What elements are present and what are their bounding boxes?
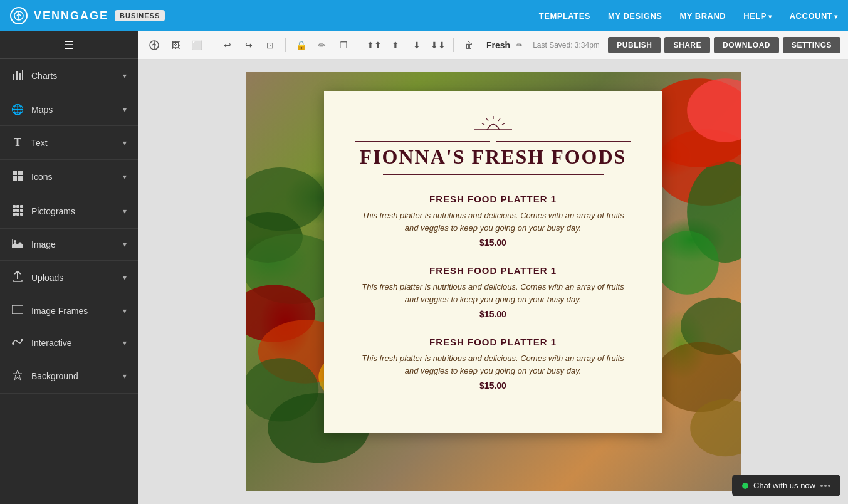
download-button[interactable]: DOWNLOAD <box>714 37 779 53</box>
sidebar-item-charts[interactable]: Charts ▾ <box>0 59 138 93</box>
share-button[interactable]: SHARE <box>664 37 710 53</box>
icons-label: Icons <box>31 172 52 182</box>
menu-item-1-title: FRESH FOOD PLATTER 1 <box>355 194 631 204</box>
menu-item-1[interactable]: FRESH FOOD PLATTER 1 This fresh platter … <box>355 194 631 248</box>
maps-chevron: ▾ <box>123 105 127 114</box>
sidebar-item-maps[interactable]: 🌐 Maps ▾ <box>0 93 138 126</box>
svg-rect-23 <box>12 305 23 314</box>
toolbar-divider-2 <box>285 38 286 52</box>
toolbar-divider-1 <box>212 38 212 52</box>
svg-rect-7 <box>22 70 23 80</box>
chat-label: Chat with us now <box>753 481 815 490</box>
charts-label: Charts <box>31 71 57 81</box>
sidebar-item-image[interactable]: Image ▾ <box>0 229 138 261</box>
sidebar-hamburger[interactable]: ☰ <box>0 31 138 59</box>
svg-line-46 <box>498 118 500 121</box>
background-chevron: ▾ <box>123 372 127 381</box>
svg-rect-20 <box>20 213 23 216</box>
chat-widget[interactable]: Chat with us now <box>732 475 840 496</box>
top-navigation: VENNGAGE BUSINESS TEMPLATES MY DESIGNS M… <box>0 0 848 31</box>
chat-dots-icon <box>820 485 830 487</box>
menu-item-2[interactable]: FRESH FOOD PLATTER 1 This fresh platter … <box>355 265 631 319</box>
toolbar-copy-icon[interactable]: ❐ <box>335 36 352 54</box>
menu-item-1-price: $15.00 <box>355 238 631 248</box>
svg-line-45 <box>486 118 488 121</box>
menu-title-line <box>355 141 631 142</box>
svg-rect-6 <box>19 73 21 80</box>
svg-rect-16 <box>16 209 19 212</box>
svg-rect-17 <box>20 209 23 212</box>
toolbar-redo-icon[interactable]: ↪ <box>240 36 258 54</box>
menu-item-2-title: FRESH FOOD PLATTER 1 <box>355 265 631 276</box>
text-icon: T <box>11 136 24 149</box>
toolbar-delete-icon[interactable]: 🗑 <box>460 36 478 54</box>
svg-rect-4 <box>13 74 14 80</box>
sidebar-item-uploads[interactable]: Uploads ▾ <box>0 261 138 295</box>
logo-text: VENNGAGE <box>34 9 108 23</box>
nav-account[interactable]: ACCOUNT <box>790 11 838 21</box>
logo-icon <box>10 7 28 24</box>
interactive-label: Interactive <box>31 338 72 348</box>
toolbar-image-icon[interactable]: 🖼 <box>167 36 184 54</box>
toolbar-venngage-icon[interactable] <box>145 36 163 54</box>
image-chevron: ▾ <box>123 240 127 249</box>
image-label: Image <box>31 239 56 249</box>
svg-line-47 <box>482 123 484 125</box>
sidebar-item-background[interactable]: Background ▾ <box>0 359 138 394</box>
svg-rect-8 <box>13 171 17 175</box>
svg-rect-19 <box>16 213 19 216</box>
nav-my-brand[interactable]: MY BRAND <box>679 11 726 21</box>
title-hr-left <box>355 141 490 142</box>
menu-item-3[interactable]: FRESH FOOD PLATTER 1 This fresh platter … <box>355 337 631 391</box>
interactive-icon <box>11 337 24 349</box>
text-label: Text <box>31 138 48 148</box>
charts-chevron: ▾ <box>123 71 127 80</box>
logo-area: VENNGAGE BUSINESS <box>10 7 165 24</box>
svg-line-48 <box>502 123 505 125</box>
toolbar-divider-4 <box>453 38 454 52</box>
pictograms-label: Pictograms <box>31 206 75 216</box>
publish-button[interactable]: PUBLISH <box>608 37 661 53</box>
toolbar-bring-front-icon[interactable]: ⬆⬆ <box>365 36 383 54</box>
background-label: Background <box>31 371 78 381</box>
svg-point-22 <box>14 240 16 243</box>
toolbar-move-down-icon[interactable]: ⬇ <box>408 36 426 54</box>
last-saved-text: Last Saved: 3:34pm <box>533 41 600 50</box>
chat-online-dot <box>742 483 748 489</box>
nav-templates[interactable]: TEMPLATES <box>539 11 590 21</box>
svg-rect-14 <box>20 205 23 208</box>
pictograms-icon <box>11 204 24 218</box>
interactive-chevron: ▾ <box>123 339 127 347</box>
text-chevron: ▾ <box>123 139 127 147</box>
image-icon <box>11 239 24 250</box>
settings-button[interactable]: SETTINGS <box>783 37 840 53</box>
toolbar-photo-icon[interactable]: ⬜ <box>188 36 206 54</box>
toolbar-undo-icon[interactable]: ↩ <box>219 36 236 54</box>
nav-my-designs[interactable]: MY DESIGNS <box>608 11 662 21</box>
svg-rect-12 <box>13 205 16 208</box>
menu-item-1-desc: This fresh platter is nutritious and del… <box>355 209 631 234</box>
menu-item-2-price: $15.00 <box>355 309 631 319</box>
nav-help[interactable]: HELP <box>743 11 772 21</box>
maps-icon: 🌐 <box>11 103 24 115</box>
maps-label: Maps <box>31 105 53 115</box>
toolbar-edit-icon[interactable]: ✏ <box>313 36 331 54</box>
design-canvas[interactable]: FIONNA'S FRESH FOODS FRESH FOOD PLATTER … <box>246 72 741 491</box>
design-name-edit-icon[interactable]: ✏ <box>516 41 523 50</box>
uploads-chevron: ▾ <box>123 273 127 282</box>
menu-item-2-desc: This fresh platter is nutritious and del… <box>355 281 631 305</box>
toolbar-lock-icon[interactable]: 🔒 <box>292 36 310 54</box>
sidebar-item-interactive[interactable]: Interactive ▾ <box>0 327 138 359</box>
toolbar-send-back-icon[interactable]: ⬇⬇ <box>429 36 447 54</box>
sidebar-item-image-frames[interactable]: Image Frames ▾ <box>0 295 138 327</box>
svg-point-25 <box>21 339 23 341</box>
menu-card[interactable]: FIONNA'S FRESH FOODS FRESH FOOD PLATTER … <box>324 91 662 433</box>
toolbar-move-up-icon[interactable]: ⬆ <box>387 36 404 54</box>
svg-rect-15 <box>13 209 16 212</box>
sidebar-item-text[interactable]: T Text ▾ <box>0 126 138 160</box>
sidebar-item-icons[interactable]: Icons ▾ <box>0 160 138 194</box>
design-name: Fresh <box>486 40 510 50</box>
uploads-label: Uploads <box>31 273 63 283</box>
sidebar-item-pictograms[interactable]: Pictograms ▾ <box>0 194 138 229</box>
toolbar-resize-icon[interactable]: ⊡ <box>261 36 279 54</box>
